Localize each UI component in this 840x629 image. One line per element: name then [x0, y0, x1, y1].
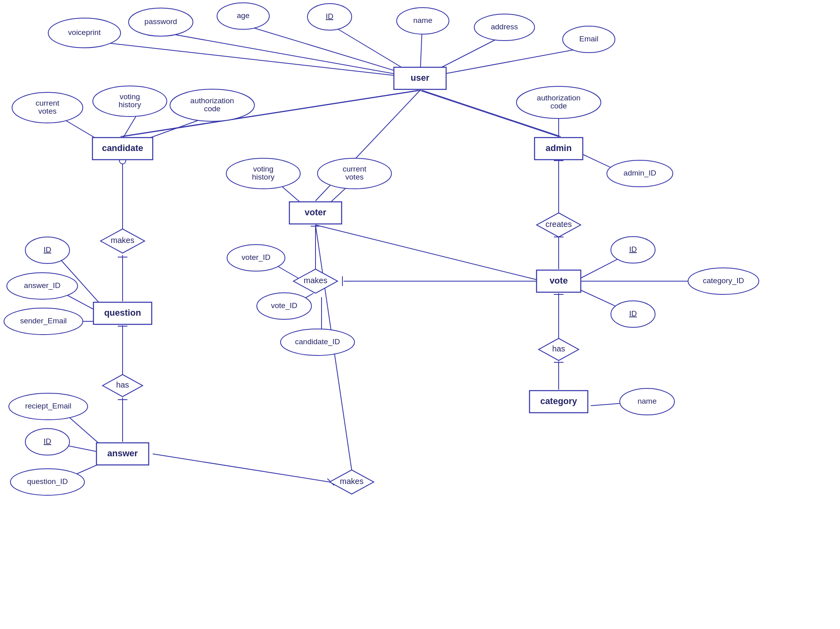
svg-text:creates: creates: [545, 220, 572, 229]
svg-text:name: name: [413, 16, 432, 25]
svg-text:candidate: candidate: [102, 143, 143, 153]
svg-text:current: current: [342, 165, 367, 173]
svg-text:question: question: [104, 308, 141, 318]
svg-text:has: has: [552, 344, 565, 353]
svg-text:password: password: [144, 17, 177, 26]
svg-text:ID: ID: [44, 437, 51, 445]
svg-text:answer_ID: answer_ID: [24, 281, 61, 290]
svg-text:authorization: authorization: [537, 94, 581, 102]
svg-text:history: history: [252, 173, 275, 181]
svg-text:makes: makes: [340, 477, 364, 486]
svg-text:age: age: [237, 11, 250, 20]
svg-text:voiceprint: voiceprint: [68, 28, 101, 37]
svg-text:authorization: authorization: [191, 96, 234, 105]
svg-text:makes: makes: [111, 236, 135, 245]
svg-text:current: current: [35, 99, 59, 107]
svg-text:sender_Email: sender_Email: [20, 317, 67, 325]
svg-text:candidate_ID: candidate_ID: [295, 337, 340, 346]
svg-text:admin: admin: [546, 143, 572, 153]
svg-text:voting: voting: [253, 165, 274, 173]
svg-text:code: code: [550, 102, 567, 110]
svg-line-54: [153, 454, 330, 482]
svg-text:Email: Email: [579, 35, 598, 43]
svg-text:ID: ID: [629, 309, 637, 318]
svg-text:admin_ID: admin_ID: [623, 169, 656, 178]
svg-text:user: user: [411, 73, 430, 83]
svg-text:vote: vote: [549, 276, 568, 286]
svg-text:ID: ID: [44, 245, 51, 254]
svg-text:reciept_Email: reciept_Email: [25, 402, 71, 410]
svg-text:ID: ID: [326, 12, 334, 20]
er-diagram-container: usercandidatevoteradminvotequestionanswe…: [0, 0, 840, 629]
svg-text:vote_ID: vote_ID: [271, 301, 297, 310]
svg-line-41: [316, 225, 543, 281]
svg-text:has: has: [116, 380, 129, 389]
svg-text:ID: ID: [629, 245, 637, 253]
svg-text:votes: votes: [38, 107, 56, 115]
svg-text:makes: makes: [304, 276, 328, 285]
svg-text:voter_ID: voter_ID: [242, 253, 270, 262]
svg-line-6: [100, 42, 420, 78]
svg-text:answer: answer: [107, 448, 138, 458]
svg-text:voting: voting: [120, 92, 140, 101]
svg-text:votes: votes: [345, 173, 363, 181]
svg-text:voter: voter: [305, 207, 326, 217]
er-diagram-svg: usercandidatevoteradminvotequestionanswe…: [0, 0, 840, 629]
svg-text:history: history: [119, 100, 141, 109]
svg-text:code: code: [204, 104, 220, 113]
svg-text:category: category: [540, 396, 577, 406]
svg-text:address: address: [491, 22, 518, 31]
svg-text:name: name: [637, 397, 657, 405]
svg-text:category_ID: category_ID: [703, 276, 744, 285]
svg-text:question_ID: question_ID: [27, 477, 68, 486]
